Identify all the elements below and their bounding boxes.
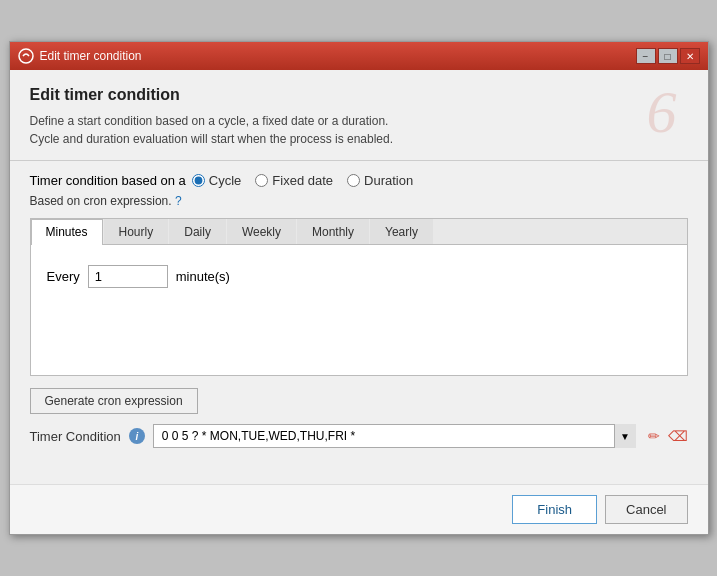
tab-monthly[interactable]: Monthly <box>297 219 369 244</box>
edit-icons: ✏ ⌫ <box>644 426 688 446</box>
finish-button[interactable]: Finish <box>512 495 597 524</box>
dialog-title: Edit timer condition <box>30 86 688 104</box>
cron-help-link[interactable]: ? <box>175 194 182 208</box>
fixed-date-radio-label[interactable]: Fixed date <box>255 173 333 188</box>
window-title: Edit timer condition <box>40 49 142 63</box>
every-label: Every <box>47 269 80 284</box>
duration-radio[interactable] <box>347 174 360 187</box>
tab-weekly[interactable]: Weekly <box>227 219 296 244</box>
eraser-icon[interactable]: ⌫ <box>668 426 688 446</box>
tab-content-minutes: Every minute(s) <box>31 245 687 375</box>
cron-text: Based on cron expression. <box>30 194 172 208</box>
close-button[interactable]: ✕ <box>680 48 700 64</box>
every-row: Every minute(s) <box>47 265 671 288</box>
radio-group: Cycle Fixed date Duration <box>192 173 413 188</box>
info-icon[interactable]: i <box>129 428 145 444</box>
timer-condition-label: Timer Condition <box>30 429 121 444</box>
content-area: Timer condition based on a Cycle Fixed d… <box>10 161 708 484</box>
tab-daily[interactable]: Daily <box>169 219 226 244</box>
pencil-icon[interactable]: ✏ <box>644 426 664 446</box>
header-desc-line1: Define a start condition based on a cycl… <box>30 114 389 128</box>
radio-row-label: Timer condition based on a <box>30 173 186 188</box>
maximize-button[interactable]: □ <box>658 48 678 64</box>
tab-bar: Minutes Hourly Daily Weekly Monthly Year… <box>31 219 687 245</box>
titlebar-controls: − □ ✕ <box>636 48 700 64</box>
tab-hourly[interactable]: Hourly <box>104 219 169 244</box>
titlebar: Edit timer condition − □ ✕ <box>10 42 708 70</box>
fixed-date-radio[interactable] <box>255 174 268 187</box>
tab-container: Minutes Hourly Daily Weekly Monthly Year… <box>30 218 688 376</box>
condition-input-wrapper: ▼ <box>153 424 636 448</box>
radio-row: Timer condition based on a Cycle Fixed d… <box>30 173 688 188</box>
titlebar-left: Edit timer condition <box>18 48 142 64</box>
cancel-button[interactable]: Cancel <box>605 495 687 524</box>
app-icon <box>18 48 34 64</box>
header-section: 6 Edit timer condition Define a start co… <box>10 70 708 161</box>
header-desc-line2: Cycle and duration evaluation will start… <box>30 132 394 146</box>
every-input[interactable] <box>88 265 168 288</box>
timer-condition-row: Timer Condition i ▼ ✏ ⌫ <box>30 424 688 448</box>
cycle-label: Cycle <box>209 173 242 188</box>
condition-input[interactable] <box>153 424 636 448</box>
app-logo: 6 <box>632 82 692 142</box>
cycle-radio[interactable] <box>192 174 205 187</box>
unit-label: minute(s) <box>176 269 230 284</box>
main-window: Edit timer condition − □ ✕ 6 Edit timer … <box>9 41 709 535</box>
cron-link-row: Based on cron expression. ? <box>30 194 688 208</box>
generate-cron-button[interactable]: Generate cron expression <box>30 388 198 414</box>
minimize-button[interactable]: − <box>636 48 656 64</box>
fixed-date-label: Fixed date <box>272 173 333 188</box>
tab-minutes[interactable]: Minutes <box>31 219 103 245</box>
cycle-radio-label[interactable]: Cycle <box>192 173 242 188</box>
duration-label: Duration <box>364 173 413 188</box>
condition-dropdown-arrow[interactable]: ▼ <box>614 424 636 448</box>
tab-yearly[interactable]: Yearly <box>370 219 433 244</box>
svg-point-0 <box>19 49 33 63</box>
footer: Finish Cancel <box>10 484 708 534</box>
duration-radio-label[interactable]: Duration <box>347 173 413 188</box>
header-description: Define a start condition based on a cycl… <box>30 112 688 148</box>
